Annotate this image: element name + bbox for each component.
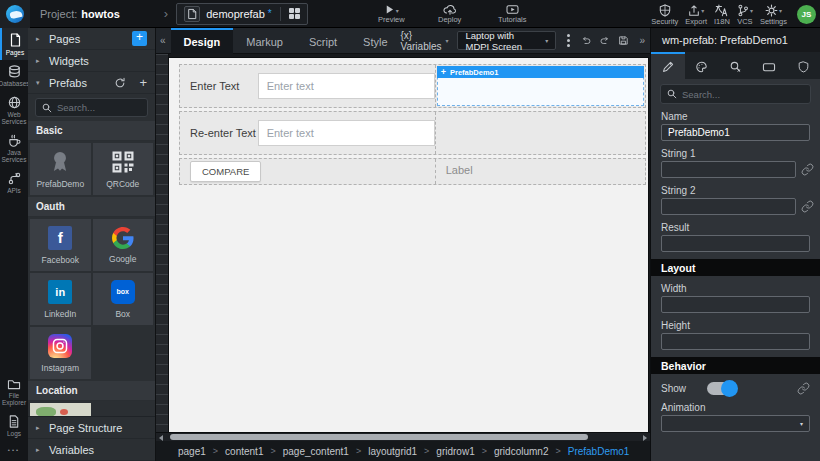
grid-row-1[interactable]: Enter Text Enter text + PrefabDemo1 (179, 64, 646, 108)
play-icon (384, 4, 395, 15)
tab-device[interactable] (752, 52, 786, 79)
preview-button[interactable]: ▾ Preview (378, 0, 405, 28)
animation-label: Animation (661, 402, 810, 413)
prefab-tile-google[interactable]: Google (93, 219, 154, 271)
tab-design[interactable]: Design (171, 28, 234, 54)
prefab-tile-facebook[interactable]: f Facebook (30, 219, 91, 271)
show-toggle[interactable] (707, 382, 737, 395)
string2-input[interactable] (661, 198, 796, 215)
rail-item-apis[interactable]: APIs (0, 167, 28, 198)
rail-item-pages[interactable]: Pages (0, 28, 28, 60)
user-avatar[interactable]: JS (797, 5, 816, 24)
bind-link-icon[interactable] (801, 163, 814, 176)
rail-item-file-explorer[interactable]: File Explorer (0, 373, 28, 410)
pages-grid-icon[interactable] (289, 8, 300, 19)
collapse-panel-icon[interactable]: « (156, 35, 171, 46)
move-icon: + (441, 68, 446, 77)
grid-row-2[interactable]: Re-enter Text Enter text (179, 111, 646, 155)
grid-cell[interactable]: + PrefabDemo1 (436, 65, 645, 107)
app-logo[interactable] (0, 0, 30, 28)
widget-selection-header[interactable]: + PrefabDemo1 (437, 66, 644, 78)
rail-item-logs[interactable]: Logs (0, 410, 28, 441)
prefab-search-input[interactable]: Search... (35, 98, 148, 117)
prefab-tile-qrcode[interactable]: QRCode (93, 143, 154, 195)
tab-script[interactable]: Script (296, 28, 350, 54)
bind-link-icon[interactable] (801, 200, 814, 213)
add-prefab-button[interactable]: + (139, 76, 147, 89)
grid-cell[interactable]: Label (436, 159, 645, 184)
section-prefabs[interactable]: ▾ Prefabs + (28, 72, 155, 94)
tutorials-button[interactable]: Tutorials (498, 0, 526, 28)
width-input[interactable] (661, 296, 810, 313)
breadcrumb-gridrow1[interactable]: gridrow1 (436, 446, 474, 457)
result-input[interactable] (661, 235, 810, 252)
breadcrumb-gridcolumn2[interactable]: gridcolumn2 (494, 446, 548, 457)
refresh-icon[interactable] (114, 77, 126, 89)
project-label: Project: (40, 8, 77, 20)
prefab-tile-prefabdemo[interactable]: PrefabDemo (30, 143, 91, 195)
breadcrumb-page1[interactable]: page1 (178, 446, 206, 457)
security-button[interactable]: Security (651, 0, 678, 28)
selected-prefab-widget[interactable]: + PrefabDemo1 (437, 66, 644, 106)
enter-text-input[interactable]: Enter text (258, 73, 435, 99)
tab-properties[interactable] (651, 52, 685, 79)
page-tab-demoprefab[interactable]: demoprefab * (176, 3, 308, 25)
variables-button[interactable]: {x} Variables▾ (401, 30, 449, 52)
string1-label: String 1 (661, 148, 810, 159)
deploy-button[interactable]: Deploy (438, 0, 461, 28)
prefab-tile-box[interactable]: box Box (93, 273, 154, 325)
prefab-tile-linkedin[interactable]: in LinkedIn (30, 273, 91, 325)
grid-cell[interactable]: Enter Text Enter text (180, 65, 436, 107)
grid-cell[interactable]: COMPARE (180, 159, 436, 184)
property-search-input[interactable]: Search... (660, 84, 811, 104)
design-canvas-page[interactable]: Enter Text Enter text + PrefabDemo1 (169, 58, 648, 432)
add-page-button[interactable]: + (132, 31, 147, 46)
shield-outline-icon (798, 61, 809, 73)
prefab-tile-map[interactable] (30, 403, 91, 416)
tab-search-properties[interactable] (719, 52, 753, 79)
undo-icon[interactable] (581, 34, 591, 47)
rail-item-java-services[interactable]: Java Services (0, 129, 28, 167)
tab-styles[interactable] (685, 52, 719, 79)
compare-button[interactable]: COMPARE (190, 161, 261, 182)
i18n-button[interactable]: I18N (714, 0, 730, 28)
device-selector[interactable]: Laptop with MDPI Screen▾ (457, 31, 556, 50)
show-label: Show (661, 383, 695, 394)
grid-cell[interactable] (436, 112, 645, 154)
horizontal-scrollbar[interactable] (156, 432, 650, 441)
breadcrumb-content1[interactable]: content1 (225, 446, 263, 457)
string1-input[interactable] (661, 161, 796, 178)
settings-button[interactable]: ▾ Settings (760, 0, 787, 28)
height-input[interactable] (661, 333, 810, 350)
section-variables[interactable]: ▸ Variables (28, 439, 155, 461)
breadcrumb-page-content1[interactable]: page_content1 (283, 446, 349, 457)
rail-item-web-services[interactable]: Web Services (0, 91, 28, 129)
section-page-structure[interactable]: ▸ Page Structure (28, 417, 155, 439)
section-widgets[interactable]: ▸ Widgets (28, 50, 155, 72)
animation-select[interactable]: ▾ (661, 415, 810, 432)
kebab-menu-icon[interactable] (565, 34, 572, 47)
grid-row-3[interactable]: COMPARE Label (179, 158, 646, 185)
breadcrumb-prefabdemo1[interactable]: PrefabDemo1 (568, 446, 630, 457)
bind-link-icon[interactable] (797, 382, 810, 395)
grid-cell[interactable]: Re-enter Text Enter text (180, 112, 436, 154)
redo-icon[interactable] (600, 34, 610, 47)
rail-more-dots-icon[interactable]: ••• (0, 441, 28, 461)
export-button[interactable]: ▾ Export (685, 0, 707, 28)
breadcrumb-layoutgrid1[interactable]: layoutgrid1 (368, 446, 417, 457)
name-input[interactable]: PrefabDemo1 (661, 124, 810, 141)
tab-security[interactable] (786, 52, 820, 79)
reenter-text-input[interactable]: Enter text (258, 120, 435, 146)
save-icon[interactable] (619, 34, 628, 47)
tab-style[interactable]: Style (350, 28, 400, 54)
layout-grid[interactable]: Enter Text Enter text + PrefabDemo1 (179, 64, 646, 188)
chevron-down-icon: ▾ (750, 7, 753, 14)
tab-markup[interactable]: Markup (233, 28, 296, 54)
vcs-button[interactable]: ▾ VCS (737, 0, 753, 28)
more-tools-icon[interactable]: » (637, 35, 645, 46)
rail-item-databases[interactable]: Databases (0, 60, 28, 91)
chevron-down-icon: ▾ (545, 37, 548, 44)
scrollbar-thumb[interactable] (170, 434, 588, 440)
prefab-tile-instagram[interactable]: Instagram (30, 327, 91, 379)
section-pages[interactable]: ▸ Pages + (28, 28, 155, 50)
